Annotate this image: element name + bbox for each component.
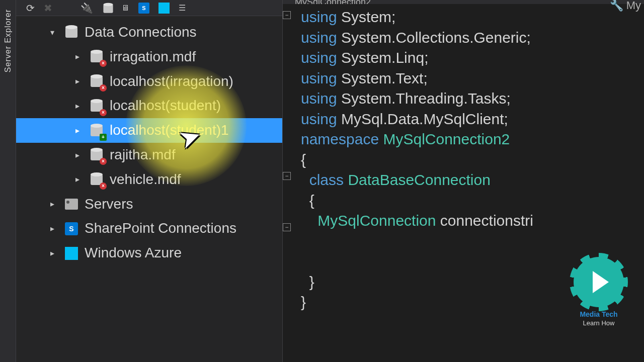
connect-icon[interactable]: 🔌: [80, 2, 93, 14]
node-label: vehicle.mdf: [110, 168, 181, 191]
database-ok-icon: +: [89, 123, 105, 139]
tree-node-servers[interactable]: ▸ Servers: [16, 192, 282, 217]
azure-icon: [63, 245, 79, 261]
azure-toolbar-icon[interactable]: [158, 3, 170, 14]
database-error-icon: ×: [89, 98, 105, 114]
expand-icon[interactable]: ▸: [71, 149, 84, 162]
tree-node-sharepoint[interactable]: ▸ S SharePoint Connections: [16, 216, 282, 241]
tree-node-connection[interactable]: ▸ × rajitha.mdf: [16, 143, 282, 167]
node-label: localhost(student)1: [110, 119, 229, 142]
fold-minus-icon[interactable]: −: [283, 223, 291, 231]
database-toolbar-icon[interactable]: [102, 3, 112, 13]
expand-icon[interactable]: ▸: [71, 173, 84, 186]
explorer-toolbar: ⟳ ✖ 🔌 🖥 S ☰: [16, 0, 282, 16]
expand-icon[interactable]: ▸: [71, 100, 84, 113]
context-member[interactable]: 🔧 My: [610, 0, 641, 4]
database-error-icon: ×: [89, 147, 105, 163]
server-toolbar-icon[interactable]: 🖥: [121, 4, 129, 13]
tree-node-connection[interactable]: ▸ × vehicle.mdf: [16, 167, 282, 192]
node-label: Windows Azure: [85, 242, 182, 264]
expand-icon[interactable]: ▸: [46, 222, 58, 235]
server-explorer-panel: ⟳ ✖ 🔌 🖥 S ☰ ▾ Data Connections ▸ × irrag…: [16, 0, 283, 362]
sharepoint-toolbar-icon[interactable]: S: [138, 3, 149, 14]
watermark-subtitle: Learn How: [569, 319, 629, 327]
fold-gutter: − − −: [283, 7, 295, 243]
watermark-title: Media Tech: [569, 310, 629, 318]
expand-icon[interactable]: ▸: [71, 50, 84, 63]
node-label: Servers: [85, 193, 133, 216]
tree-node-connection-selected[interactable]: ▸ + localhost(student)1: [16, 118, 282, 143]
expand-icon[interactable]: ▸: [46, 247, 58, 260]
server-icon: [63, 196, 79, 212]
refresh-icon[interactable]: ⟳: [26, 2, 35, 14]
side-tab-label: Server Explorer: [4, 5, 13, 76]
database-group-icon: [63, 24, 79, 40]
side-tab-sources[interactable]: Server Explorer: [0, 0, 16, 362]
sharepoint-icon: S: [63, 221, 79, 237]
tree-node-connection[interactable]: ▸ × localhost(student): [16, 94, 282, 118]
node-label: localhost(irragation): [110, 70, 233, 93]
database-error-icon: ×: [89, 73, 105, 89]
database-error-icon: ×: [89, 49, 105, 65]
watermark: Media Tech Learn How: [569, 257, 629, 327]
tree-node-azure[interactable]: ▸ Windows Azure: [16, 241, 282, 265]
expand-icon[interactable]: ▸: [71, 75, 84, 88]
context-namespace[interactable]: MySqlConnection2: [288, 0, 378, 4]
fold-minus-icon[interactable]: −: [283, 172, 291, 180]
fold-minus-icon[interactable]: −: [283, 11, 291, 19]
list-toolbar-icon[interactable]: ☰: [179, 3, 186, 13]
watermark-gear-icon: [574, 257, 624, 307]
node-label: rajitha.mdf: [110, 144, 176, 166]
database-error-icon: ×: [89, 171, 105, 188]
expand-icon[interactable]: ▸: [46, 198, 58, 211]
tree-node-connection[interactable]: ▸ × irragation.mdf: [16, 45, 282, 69]
tree-view: ▾ Data Connections ▸ × irragation.mdf ▸ …: [16, 16, 282, 269]
tree-node-connection[interactable]: ▸ × localhost(irragation): [16, 69, 282, 94]
expand-icon[interactable]: ▸: [71, 124, 84, 137]
stop-icon[interactable]: ✖: [44, 2, 52, 14]
collapse-icon[interactable]: ▾: [46, 26, 58, 39]
tree-node-data-connections[interactable]: ▾ Data Connections: [16, 20, 282, 45]
node-label: Data Connections: [85, 21, 197, 44]
node-label: irragation.mdf: [110, 46, 196, 68]
node-label: localhost(student): [110, 95, 221, 117]
node-label: SharePoint Connections: [85, 217, 236, 240]
play-icon: [593, 271, 609, 293]
editor-context-bar[interactable]: MySqlConnection2 🔧 My: [283, 0, 644, 4]
